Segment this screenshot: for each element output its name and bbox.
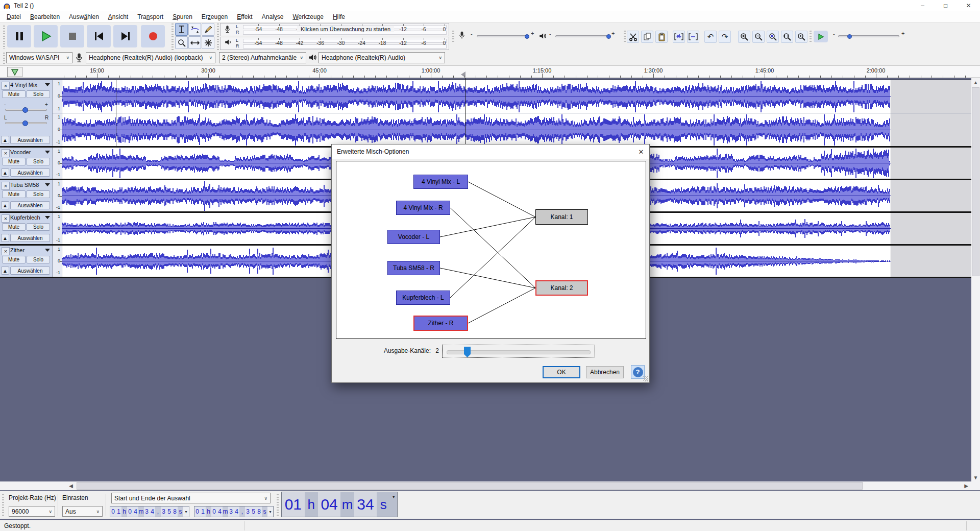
vertical-ruler[interactable]: 10-1 [53, 246, 62, 277]
selection-end-char[interactable]: 3 [245, 506, 251, 517]
dialog-close-icon[interactable]: ✕ [635, 146, 647, 158]
hscroll-thumb[interactable] [77, 482, 863, 490]
zoom-fit-button[interactable] [781, 31, 793, 43]
mute-button[interactable]: Mute [2, 90, 26, 98]
recording-channels-select[interactable]: 2 (Stereo) Aufnahmekanäle∨ [219, 52, 306, 63]
mute-button[interactable]: Mute [2, 223, 26, 231]
pan-slider-thumb[interactable] [22, 120, 28, 126]
mute-button[interactable]: Mute [2, 158, 26, 165]
recording-volume-thumb[interactable] [525, 34, 529, 39]
selection-end-char[interactable]: 1 [200, 506, 206, 517]
playback-meter[interactable]: LR-54-48-42-36-30-24-18-12-60 [220, 37, 449, 50]
menu-spuren[interactable]: Spuren [168, 13, 197, 20]
zoom-toggle-button[interactable] [795, 31, 807, 43]
track-close-icon[interactable]: × [2, 182, 10, 190]
vscroll-thumb[interactable] [972, 87, 979, 276]
solo-button[interactable]: Solo [27, 190, 50, 198]
selection-start-char[interactable]: 3 [144, 506, 150, 517]
selection-end-char[interactable]: h [206, 506, 211, 517]
time-shift-tool[interactable] [188, 36, 201, 49]
vertical-ruler[interactable]: 10-1 [53, 148, 62, 179]
source-box-vocoder-l[interactable]: Vocoder - L [387, 230, 440, 244]
trim-button[interactable] [673, 31, 685, 43]
vertical-ruler[interactable]: 10-1 [53, 213, 62, 244]
track-menu-icon[interactable] [45, 83, 50, 86]
collapse-button[interactable]: ▲ [1, 267, 9, 275]
envelope-tool[interactable] [188, 23, 201, 36]
time-display-unit[interactable]: m [340, 492, 354, 517]
recording-volume-slider[interactable] [477, 35, 528, 37]
cancel-button[interactable]: Abbrechen [586, 366, 624, 378]
collapse-button[interactable]: ▲ [1, 136, 9, 144]
zoom-in-button[interactable] [738, 31, 750, 43]
solo-button[interactable]: Solo [27, 158, 50, 165]
selection-start-char[interactable]: h [121, 506, 127, 517]
waveform-right-channel[interactable] [62, 113, 971, 148]
selection-end-char[interactable]: 4 [234, 506, 239, 517]
collapse-button[interactable]: ▲ [1, 201, 9, 209]
ok-button[interactable]: OK [543, 366, 580, 378]
selection-start-char[interactable]: 5 [166, 506, 172, 517]
play-button[interactable] [34, 25, 58, 47]
time-display-unit[interactable]: s [377, 492, 390, 517]
record-button[interactable] [141, 25, 165, 47]
cut-button[interactable] [627, 31, 639, 43]
dialog-title-bar[interactable]: Erweiterte Misch-Optionen [332, 144, 649, 159]
channel-box-2[interactable]: Kanal: 2 [535, 280, 588, 296]
gain-slider-thumb[interactable] [22, 107, 28, 113]
selection-start-char[interactable]: 4 [133, 506, 138, 517]
selection-start-char[interactable]: 0 [127, 506, 133, 517]
selection-end-char[interactable]: 4 [217, 506, 223, 517]
select-button[interactable]: Auswählen [10, 201, 50, 209]
scroll-left-icon[interactable]: ◀ [66, 481, 76, 490]
multi-tool[interactable] [202, 36, 214, 49]
play-at-speed-button[interactable] [814, 31, 828, 42]
pinned-play-head[interactable] [7, 67, 22, 77]
zoom-selection-button[interactable] [767, 31, 779, 43]
selection-end-char[interactable]: s [262, 506, 267, 517]
output-channels-slider[interactable] [442, 345, 595, 358]
channel-box-1[interactable]: Kanal: 1 [535, 209, 588, 225]
undo-button[interactable]: ↶ [704, 31, 717, 43]
track-name[interactable]: Zither [10, 247, 24, 253]
track-menu-icon[interactable] [45, 183, 50, 186]
vertical-ruler[interactable]: 10-1 [53, 80, 62, 113]
track-name[interactable]: Vocoder [10, 149, 31, 155]
selection-end-char[interactable]: 0 [194, 506, 200, 517]
track-name[interactable]: 4 Vinyl Mix [10, 82, 37, 88]
resize-grip[interactable] [643, 376, 648, 381]
waveform-left-channel[interactable] [62, 80, 971, 114]
stop-button[interactable] [60, 25, 84, 47]
selection-start-char[interactable]: m [138, 506, 144, 517]
timeline-ruler[interactable]: 15:0030:0045:001:00:001:15:001:30:001:45… [0, 66, 980, 78]
menu-werkzeuge[interactable]: Werkzeuge [288, 13, 328, 20]
snap-select[interactable]: Aus∨ [62, 506, 103, 517]
zoom-tool[interactable] [175, 36, 188, 49]
vertical-ruler[interactable]: 10-1 [53, 113, 62, 146]
menu-hilfe[interactable]: Hilfe [328, 13, 350, 20]
track-menu-icon[interactable] [45, 216, 50, 219]
draw-tool[interactable] [202, 23, 214, 36]
source-box-4-vinyl-mix-l[interactable]: 4 Vinyl Mix - L [413, 175, 468, 189]
menu-erzeugen[interactable]: Erzeugen [197, 13, 232, 20]
project-rate-select[interactable]: 96000∨ [9, 506, 55, 517]
chevron-down-icon[interactable]: ▾ [183, 510, 189, 514]
menu-analyse[interactable]: Analyse [257, 13, 288, 20]
selection-mode-select[interactable]: Start und Ende der Auswahl∨ [111, 493, 271, 503]
time-display-digits[interactable]: 34 [354, 492, 377, 517]
select-button[interactable]: Auswählen [10, 267, 50, 275]
time-display[interactable]: 01h04m34s▾ [281, 492, 398, 517]
playback-volume-thumb[interactable] [606, 34, 611, 39]
source-box-tuba-sm58-r[interactable]: Tuba SM58 - R [387, 261, 440, 275]
selection-start-char[interactable]: , [155, 506, 161, 517]
maximize-button[interactable]: □ [934, 0, 957, 11]
zoom-out-button[interactable] [752, 31, 765, 43]
source-box-kupferblech-l[interactable]: Kupferblech - L [396, 291, 450, 305]
vertical-ruler[interactable]: 10-1 [53, 180, 62, 211]
pause-button[interactable] [7, 25, 31, 47]
selection-end-char[interactable]: 0 [211, 506, 217, 517]
selection-start-char[interactable]: 1 [116, 506, 121, 517]
menu-ausw-hlen[interactable]: Auswählen [64, 13, 104, 20]
selection-start-char[interactable]: s [178, 506, 183, 517]
selection-end-char[interactable]: 5 [251, 506, 256, 517]
